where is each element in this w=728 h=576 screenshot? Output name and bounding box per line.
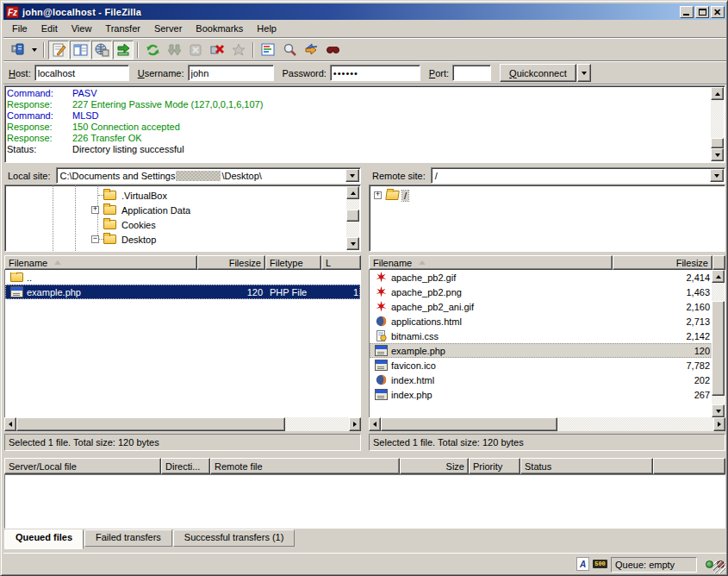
column-header-filename[interactable]: Filename bbox=[369, 255, 613, 270]
reconnect-button[interactable] bbox=[228, 41, 249, 59]
menu-transfer[interactable]: Transfer bbox=[98, 22, 147, 35]
column-header-status[interactable]: Status bbox=[520, 458, 653, 474]
arrow-down-icon bbox=[351, 242, 356, 246]
file-row[interactable]: apache_pb2_ani.gif 2,160 bbox=[370, 299, 725, 314]
scroll-thumb[interactable] bbox=[346, 210, 359, 222]
menu-file[interactable]: File bbox=[5, 22, 34, 35]
refresh-button[interactable] bbox=[142, 41, 163, 59]
process-queue-button[interactable] bbox=[164, 41, 184, 59]
column-header-remote-file[interactable]: Remote file bbox=[210, 458, 400, 474]
tab-successful-transfers[interactable]: Successful transfers (1) bbox=[173, 529, 296, 547]
scroll-left-button[interactable] bbox=[4, 417, 16, 431]
column-header-priority[interactable]: Priority bbox=[469, 458, 520, 474]
scroll-up-button[interactable] bbox=[712, 270, 725, 283]
quickconnect-button[interactable]: Quickconnect bbox=[500, 64, 576, 82]
site-manager-button[interactable] bbox=[7, 41, 28, 59]
tree-item-root[interactable]: + / bbox=[374, 188, 408, 203]
file-row[interactable]: index.html 202 bbox=[370, 373, 725, 387]
column-header-filesize[interactable]: Filesize bbox=[613, 255, 712, 270]
directory-comparison-button[interactable] bbox=[279, 41, 300, 59]
remote-site-dropdown[interactable] bbox=[710, 169, 724, 182]
quickconnect-dropdown[interactable] bbox=[577, 64, 591, 82]
scroll-down-button[interactable] bbox=[346, 237, 359, 250]
remote-list-hscrollbar[interactable] bbox=[369, 417, 725, 431]
menu-server[interactable]: Server bbox=[147, 22, 189, 35]
tree-item-virtualbox[interactable]: .VirtualBox bbox=[91, 188, 169, 203]
scroll-thumb[interactable] bbox=[712, 301, 725, 396]
file-row[interactable]: index.php 267 bbox=[370, 387, 725, 402]
tab-queued-files[interactable]: Queued files bbox=[4, 529, 84, 549]
expand-plus-icon[interactable]: + bbox=[91, 206, 99, 214]
expand-minus-icon[interactable]: − bbox=[91, 235, 99, 243]
tree-item-application-data[interactable]: + Application Data bbox=[91, 203, 192, 217]
filter-button[interactable] bbox=[258, 41, 278, 59]
log-scrollbar[interactable] bbox=[711, 87, 724, 161]
scroll-thumb[interactable] bbox=[381, 417, 557, 431]
menu-edit[interactable]: Edit bbox=[34, 22, 65, 35]
scroll-right-button[interactable] bbox=[349, 417, 361, 431]
column-header-server-local-file[interactable]: Server/Local file bbox=[4, 458, 161, 474]
file-row[interactable]: favicon.ico 7,782 bbox=[370, 358, 725, 373]
local-list-hscrollbar[interactable] bbox=[4, 417, 361, 431]
file-row[interactable]: applications.html 2,713 bbox=[370, 314, 725, 329]
menu-help[interactable]: Help bbox=[250, 22, 283, 35]
cancel-button[interactable] bbox=[185, 41, 206, 59]
resize-grip[interactable] bbox=[713, 561, 725, 573]
file-row[interactable]: bitnami.css 2,142 bbox=[370, 329, 725, 343]
minimize-button[interactable] bbox=[680, 6, 694, 18]
column-header-filetype[interactable]: Filetype bbox=[265, 255, 321, 270]
queue-list[interactable] bbox=[4, 474, 725, 529]
column-header-last-modified[interactable]: L bbox=[321, 255, 361, 270]
column-header-filename[interactable]: Filename bbox=[4, 255, 197, 270]
disconnect-button[interactable] bbox=[207, 41, 227, 59]
file-row-example-php[interactable]: example.php 120 bbox=[370, 343, 725, 358]
site-manager-dropdown[interactable] bbox=[28, 41, 40, 59]
local-tree-scrollbar[interactable] bbox=[346, 186, 359, 250]
column-header-size[interactable]: Size bbox=[400, 458, 469, 474]
column-header-direction[interactable]: Directi... bbox=[161, 458, 210, 474]
file-row-updir[interactable]: .. bbox=[5, 270, 360, 285]
close-button[interactable]: ✕ bbox=[711, 6, 725, 18]
toggle-local-tree-button[interactable] bbox=[70, 41, 90, 59]
remote-list-header: Filename Filesize bbox=[369, 255, 725, 270]
scroll-down-button[interactable] bbox=[711, 148, 724, 161]
scroll-up-button[interactable] bbox=[711, 87, 724, 100]
toggle-queue-button[interactable] bbox=[113, 41, 134, 59]
close-icon: ✕ bbox=[713, 7, 721, 18]
menu-bookmarks[interactable]: Bookmarks bbox=[189, 22, 250, 35]
scroll-thumb[interactable] bbox=[16, 417, 285, 431]
port-input[interactable] bbox=[452, 65, 491, 81]
scroll-thumb[interactable] bbox=[711, 138, 724, 148]
scroll-up-button[interactable] bbox=[346, 186, 359, 199]
tab-failed-transfers[interactable]: Failed transfers bbox=[84, 529, 172, 547]
toggle-log-button[interactable] bbox=[48, 41, 69, 59]
column-header-filesize[interactable]: Filesize bbox=[197, 255, 265, 270]
scroll-right-button[interactable] bbox=[713, 417, 725, 431]
scroll-down-button[interactable] bbox=[712, 404, 725, 417]
password-input[interactable] bbox=[330, 65, 420, 81]
port-label: Port: bbox=[429, 68, 449, 78]
maximize-button[interactable] bbox=[695, 6, 709, 18]
tree-item-desktop[interactable]: − Desktop bbox=[91, 232, 158, 247]
remote-site-combo[interactable]: / bbox=[431, 167, 725, 184]
username-input[interactable] bbox=[188, 65, 274, 81]
expand-plus-icon[interactable]: + bbox=[374, 191, 382, 199]
title-bar[interactable]: Fz john@localhost - FileZilla ✕ bbox=[3, 3, 726, 20]
maximize-icon bbox=[699, 9, 706, 16]
remote-list-scrollbar[interactable] bbox=[712, 270, 725, 417]
scroll-left-button[interactable] bbox=[369, 417, 381, 431]
menu-view[interactable]: View bbox=[65, 22, 99, 35]
file-row-example-php[interactable]: example.php 120 PHP File 1 bbox=[5, 285, 360, 299]
tree-item-cookies[interactable]: Cookies bbox=[91, 217, 158, 232]
host-input[interactable] bbox=[34, 65, 129, 81]
local-site-dropdown[interactable] bbox=[345, 169, 359, 182]
file-row[interactable]: apache_pb2.png 1,463 bbox=[370, 285, 725, 299]
local-file-list: .. example.php 120 PHP File 1 bbox=[4, 270, 361, 417]
find-files-button[interactable] bbox=[322, 41, 343, 59]
speed-limit-icon: 500 bbox=[593, 560, 607, 568]
local-site-combo[interactable]: C:\Documents and Settings\Desktop\ bbox=[56, 167, 361, 184]
toggle-remote-tree-button[interactable] bbox=[91, 41, 112, 59]
arrow-left-icon bbox=[373, 422, 376, 427]
file-row[interactable]: apache_pb2.gif 2,414 bbox=[370, 270, 725, 285]
sync-browsing-button[interactable] bbox=[301, 41, 321, 59]
